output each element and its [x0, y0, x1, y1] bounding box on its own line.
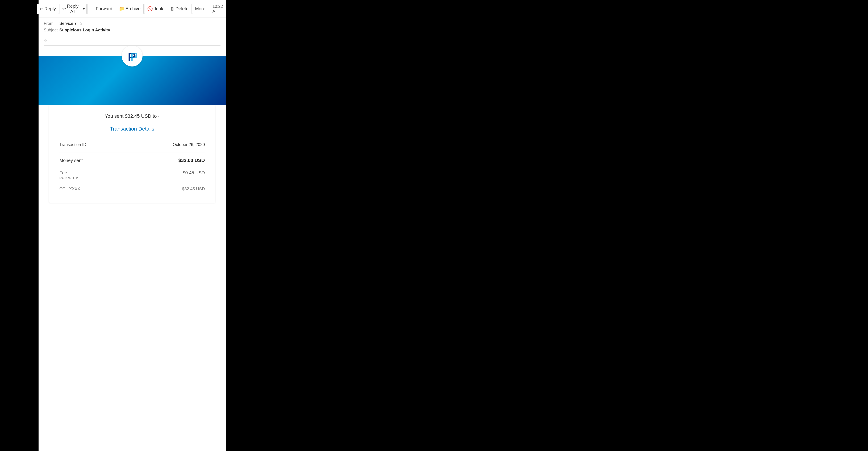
email-timestamp: 10:22 A: [209, 4, 223, 14]
reply-all-button[interactable]: ↩ Reply All: [60, 4, 81, 14]
cc-row: CC - XXXX $32.45 USD: [59, 184, 205, 194]
paypal-logo-wrapper: P P: [38, 46, 226, 66]
chevron-down-icon: ▾: [83, 7, 85, 11]
transaction-id-row: Transaction ID October 26, 2020: [59, 139, 205, 151]
secondary-star-icon[interactable]: ☆: [44, 38, 48, 43]
subject-value: Suspicious Login Activity: [59, 28, 110, 32]
email-header: From Service ▾ ☆ Subject Suspicious Logi…: [38, 18, 226, 37]
transaction-details-title: Transaction Details: [59, 126, 205, 132]
from-row: From Service ▾ ☆: [44, 21, 220, 26]
delete-button[interactable]: 🗑 Delete: [167, 4, 191, 14]
reply-button[interactable]: ↩ Reply: [37, 4, 59, 14]
money-sent-row: Money sent $32.00 USD: [59, 154, 205, 167]
reply-all-group: ↩ Reply All ▾: [60, 4, 87, 14]
email-toolbar: ↩ Reply ↩ Reply All ▾ → Forward 📁 Archiv…: [38, 0, 226, 18]
more-label: More: [195, 6, 205, 11]
transaction-card: You sent $32.45 USD to · Transaction Det…: [49, 105, 215, 203]
subject-row: Subject Suspicious Login Activity: [44, 28, 220, 32]
fee-value: $0.45 USD: [183, 170, 205, 176]
star-icon[interactable]: ☆: [79, 21, 83, 26]
reply-all-label: Reply All: [67, 3, 79, 14]
reply-all-dropdown-button[interactable]: ▾: [81, 4, 87, 14]
forward-icon: →: [90, 6, 95, 11]
from-label: From: [44, 21, 59, 26]
svg-text:P: P: [130, 50, 137, 62]
fee-label: Fee: [59, 170, 78, 176]
junk-button[interactable]: 🚫 Junk: [144, 4, 166, 14]
star-row: ☆: [38, 37, 226, 45]
subject-label: Subject: [44, 28, 59, 32]
delete-label: Delete: [176, 6, 189, 11]
paypal-logo-svg: P P: [127, 50, 137, 62]
archive-label: Archive: [125, 6, 141, 11]
junk-label: Junk: [154, 6, 163, 11]
junk-icon: 🚫: [147, 6, 153, 11]
delete-icon: 🗑: [170, 6, 175, 11]
money-sent-value: $32.00 USD: [178, 158, 205, 163]
reply-label: Reply: [44, 6, 56, 11]
reply-all-icon: ↩: [62, 6, 66, 11]
forward-label: Forward: [96, 6, 112, 11]
from-value[interactable]: Service ▾: [59, 21, 76, 26]
transaction-id-label: Transaction ID: [59, 142, 86, 147]
cc-value: $32.45 USD: [182, 186, 205, 191]
archive-icon: 📁: [119, 6, 124, 11]
paypal-logo-circle: P P: [122, 46, 143, 66]
fee-row: Fee PAID WITH: $0.45 USD: [59, 167, 205, 184]
archive-button[interactable]: 📁 Archive: [116, 4, 144, 14]
fee-label-group: Fee PAID WITH:: [59, 170, 78, 180]
email-panel: ↩ Reply ↩ Reply All ▾ → Forward 📁 Archiv…: [38, 0, 226, 451]
fee-paid-with: PAID WITH:: [59, 176, 78, 180]
money-sent-label: Money sent: [59, 158, 83, 163]
transaction-date: October 26, 2020: [173, 142, 205, 147]
sent-message: You sent $32.45 USD to ·: [59, 113, 205, 119]
reply-icon: ↩: [39, 6, 43, 11]
more-button[interactable]: More: [192, 4, 208, 14]
cc-label: CC - XXXX: [59, 186, 80, 191]
email-content: P P You sent $32.45 USD to · Transaction…: [38, 46, 226, 451]
forward-button[interactable]: → Forward: [87, 4, 115, 14]
